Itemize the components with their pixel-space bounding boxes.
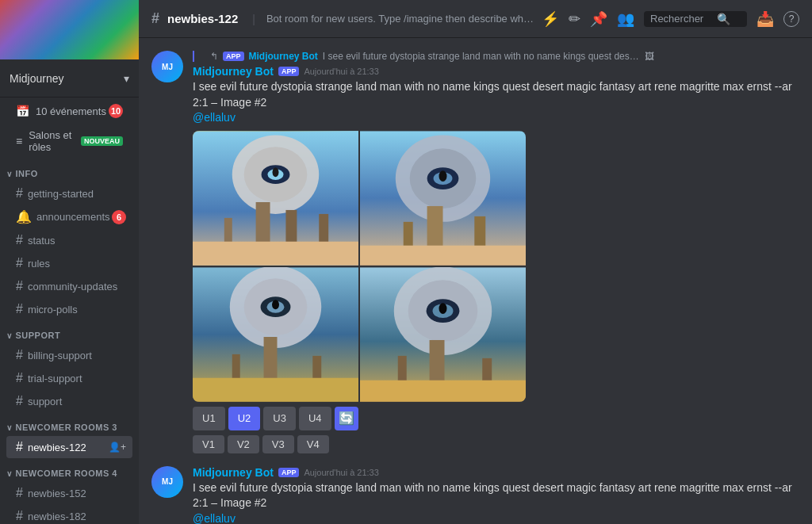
chevron-down-icon: ▾ [124, 72, 129, 85]
hash-icon: # [16, 509, 23, 523]
message-timestamp-1: Aujourd'hui à 21:33 [304, 67, 378, 76]
hash-icon: 🔔 [16, 209, 32, 224]
category-info: INFO [0, 159, 139, 182]
app-badge: APP [223, 52, 244, 61]
svg-point-26 [272, 300, 279, 309]
roles-icon: ≡ [16, 135, 22, 147]
sidebar-channel-community-updates[interactable]: # community-updates [6, 275, 132, 297]
u2-button[interactable]: U2 [228, 407, 261, 430]
message-content-1: ↰ APP Midjourney Bot I see evil future d… [193, 51, 799, 453]
message-author-1: Midjourney Bot [193, 65, 274, 78]
v4-button[interactable]: V4 [297, 435, 329, 453]
sidebar-channel-status[interactable]: # status [6, 229, 132, 251]
sidebar-channel-announcements[interactable]: 🔔 announcements 6 [6, 205, 132, 228]
app-badge-1: APP [278, 67, 300, 76]
svg-point-5 [273, 167, 279, 177]
message-text-1: I see evil future dystopia strange land … [193, 79, 799, 126]
sidebar: Midjourney ▾ 📅 10 événements 10 ≡ Salons… [0, 0, 139, 524]
message-group-2: MJ Midjourney Bot APP Aujourd'hui à 21:3… [151, 466, 799, 524]
image-icon: 🖼 [645, 51, 654, 62]
uv-button-row-2: V1 V2 V3 V4 [193, 435, 799, 453]
edit-icon[interactable]: ✏ [569, 10, 580, 28]
u4-button[interactable]: U4 [299, 407, 331, 430]
hash-icon: # [16, 186, 23, 201]
grid-image-3 [193, 267, 358, 402]
hash-icon: # [16, 371, 23, 385]
sidebar-channel-billing-support[interactable]: # billing-support [6, 344, 132, 366]
refresh-button[interactable]: 🔄 [335, 407, 358, 430]
sidebar-channel-rules[interactable]: # rules [6, 252, 132, 274]
svg-rect-20 [360, 245, 526, 265]
v2-button[interactable]: V2 [228, 435, 259, 453]
channel-hash-icon: # [151, 10, 159, 27]
sidebar-channel-newbies-182[interactable]: # newbies-182 [6, 505, 132, 524]
search-input[interactable] [650, 13, 714, 25]
svg-rect-40 [360, 381, 526, 402]
server-banner [0, 0, 139, 59]
add-user-icon: 👤+ [109, 442, 126, 453]
sidebar-item-roles[interactable]: ≡ Salons et rôles NOUVEAU [6, 124, 132, 158]
hash-icon: # [16, 348, 23, 362]
server-name: Midjourney [10, 72, 63, 85]
message-group-1: MJ ↰ APP Midjourney Bot I see evil futur… [151, 51, 799, 453]
svg-rect-30 [193, 378, 358, 402]
sidebar-channel-trial-support[interactable]: # trial-support [6, 367, 132, 389]
sidebar-channel-support[interactable]: # support [6, 390, 132, 412]
message-header-2: Midjourney Bot APP Aujourd'hui à 21:33 [193, 466, 799, 479]
v1-button[interactable]: V1 [193, 435, 224, 453]
pin-icon[interactable]: 📌 [590, 10, 607, 28]
hash-icon: # [16, 302, 23, 316]
v3-button[interactable]: V3 [262, 435, 294, 453]
image-grid-1 [193, 131, 526, 402]
message-text-2: I see evil future dystopia strange land … [193, 480, 799, 524]
threads-icon[interactable]: ⚡ [542, 10, 559, 28]
sidebar-channel-getting-started[interactable]: # getting-started [6, 182, 132, 205]
grid-image-1 [193, 131, 358, 266]
chat-area: MJ ↰ APP Midjourney Bot I see evil futur… [139, 38, 812, 524]
sidebar-item-events[interactable]: 📅 10 événements 10 [6, 99, 132, 123]
svg-point-36 [439, 303, 447, 314]
help-icon[interactable]: ? [783, 11, 799, 27]
hash-icon: # [16, 394, 23, 408]
calendar-icon: 📅 [16, 105, 29, 117]
mention-1: @ellaluv [193, 111, 236, 124]
search-box[interactable]: 🔍 [644, 11, 747, 27]
message-content-2: Midjourney Bot APP Aujourd'hui à 21:33 I… [193, 466, 799, 524]
bot-avatar-2: MJ [151, 466, 183, 498]
hash-icon: # [16, 233, 23, 247]
u3-button[interactable]: U3 [263, 407, 296, 430]
channel-header: # newbies-122 | Bot room for new users. … [139, 0, 812, 38]
mention-2: @ellaluv [193, 512, 236, 524]
hash-icon: # [16, 279, 23, 293]
channel-description: Bot room for new users. Type /imagine th… [266, 13, 535, 25]
reply-text: I see evil future dystopia strange land … [323, 51, 640, 62]
header-toolbar: ⚡ ✏ 📌 👥 🔍 📥 ? [542, 10, 799, 28]
sidebar-channel-newbies-122[interactable]: # newbies-122 👤+ [6, 436, 132, 458]
u1-button[interactable]: U1 [193, 407, 225, 430]
hash-icon: # [16, 486, 23, 500]
message-timestamp-2: Aujourd'hui à 21:33 [304, 468, 378, 477]
sidebar-channel-newbies-152[interactable]: # newbies-152 [6, 482, 132, 504]
category-newcomer-3: NEWCOMER ROOMS 3 [0, 413, 139, 435]
search-icon: 🔍 [717, 13, 730, 25]
hash-icon: # [16, 256, 23, 270]
server-header[interactable]: Midjourney ▾ [0, 59, 139, 98]
main-area: # newbies-122 | Bot room for new users. … [139, 0, 812, 524]
inbox-icon[interactable]: 📥 [756, 10, 774, 28]
channel-header-name: newbies-122 [167, 12, 238, 25]
sidebar-channel-micro-polls[interactable]: # micro-polls [6, 298, 132, 320]
message-header-1: Midjourney Bot APP Aujourd'hui à 21:33 [193, 65, 799, 78]
members-icon[interactable]: 👥 [617, 10, 634, 28]
reply-preview: ↰ APP Midjourney Bot I see evil future d… [193, 51, 799, 62]
app-badge-2: APP [278, 468, 300, 477]
category-support: SUPPORT [0, 321, 139, 343]
svg-point-16 [439, 170, 447, 182]
sidebar-scroll: 📅 10 événements 10 ≡ Salons et rôles NOU… [0, 98, 139, 524]
grid-image-4 [360, 267, 526, 402]
category-newcomer-4: NEWCOMER ROOMS 4 [0, 459, 139, 481]
svg-rect-10 [193, 242, 358, 266]
hash-icon: # [16, 440, 23, 454]
message-author-2: Midjourney Bot [193, 466, 274, 479]
reply-arrow-icon: ↰ [210, 51, 218, 62]
header-divider: | [252, 13, 255, 25]
